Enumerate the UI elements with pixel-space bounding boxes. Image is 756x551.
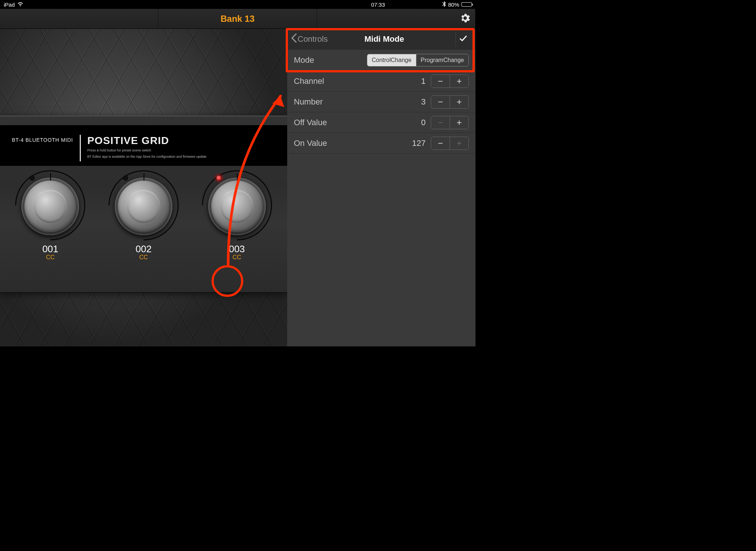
number-row: Number 3 − + bbox=[287, 92, 475, 112]
title-left-segment[interactable] bbox=[0, 9, 158, 28]
brand-sub1: Press & hold button for preset scene swi… bbox=[87, 148, 207, 153]
row-label: Off Value bbox=[294, 118, 421, 127]
plus-button[interactable]: + bbox=[450, 116, 468, 129]
number-stepper[interactable]: − + bbox=[431, 95, 469, 109]
plus-button[interactable]: + bbox=[450, 75, 468, 88]
status-bar: iPad 07:33 80% bbox=[0, 0, 475, 9]
brand-label: POSITIVE GRID bbox=[87, 135, 207, 147]
row-value: 127 bbox=[412, 138, 426, 148]
plus-button: + bbox=[450, 137, 468, 150]
title-center-segment[interactable]: Bank 13 bbox=[158, 9, 317, 28]
row-value: 0 bbox=[421, 118, 426, 127]
mode-option-pc[interactable]: ProgramChange bbox=[416, 54, 468, 66]
wifi-icon bbox=[17, 1, 24, 8]
settings-panel: Controls Midi Mode Mode ControlChange Pr… bbox=[287, 29, 475, 346]
gear-icon bbox=[459, 12, 471, 25]
footswitch-1[interactable]: 001 CC bbox=[10, 170, 91, 266]
footswitch-type: CC bbox=[135, 254, 151, 261]
footswitch-number: 003 bbox=[229, 243, 245, 255]
minus-button[interactable]: − bbox=[431, 96, 450, 108]
footswitch-2[interactable]: 002 CC bbox=[103, 170, 184, 266]
mode-row: Mode ControlChange ProgramChange bbox=[287, 49, 475, 71]
pedal-view: BT-4 BLUETOOTH MIDI POSITIVE GRID Press … bbox=[0, 29, 287, 346]
bank-title: Bank 13 bbox=[220, 14, 254, 24]
channel-stepper[interactable]: − + bbox=[431, 75, 469, 88]
mode-segmented-control[interactable]: ControlChange ProgramChange bbox=[367, 54, 469, 66]
on-value-row: On Value 127 − + bbox=[287, 133, 475, 154]
panel-title: Midi Mode bbox=[313, 34, 456, 44]
led-icon bbox=[123, 175, 128, 181]
chevron-left-icon bbox=[291, 33, 297, 45]
row-value: 3 bbox=[421, 97, 426, 107]
device-label: iPad bbox=[4, 1, 15, 8]
minus-button: − bbox=[431, 116, 450, 129]
clock: 07:33 bbox=[371, 1, 385, 8]
on-value-stepper[interactable]: − + bbox=[431, 137, 469, 150]
footswitch-type: CC bbox=[229, 254, 245, 261]
row-label: Channel bbox=[294, 76, 421, 86]
footswitch-number: 002 bbox=[135, 243, 151, 255]
panel-header: Controls Midi Mode bbox=[287, 29, 475, 49]
channel-row: Channel 1 − + bbox=[287, 71, 475, 92]
confirm-button[interactable] bbox=[456, 32, 470, 47]
bluetooth-icon bbox=[442, 1, 446, 8]
mode-option-cc[interactable]: ControlChange bbox=[367, 54, 416, 66]
row-label: Number bbox=[294, 97, 421, 107]
pedal-unit: BT-4 BLUETOOTH MIDI POSITIVE GRID Press … bbox=[0, 116, 287, 293]
checkmark-icon bbox=[459, 34, 467, 44]
led-icon bbox=[216, 175, 221, 181]
brand-divider bbox=[80, 135, 81, 161]
battery-icon bbox=[461, 2, 472, 7]
minus-button[interactable]: − bbox=[431, 75, 450, 88]
footswitch-3[interactable]: 003 CC bbox=[196, 170, 278, 266]
brand-sub2: BT Editor app is available on the App St… bbox=[87, 154, 207, 159]
row-value: 1 bbox=[421, 76, 426, 86]
off-value-stepper[interactable]: − + bbox=[431, 116, 469, 129]
title-bar: Bank 13 bbox=[0, 9, 475, 29]
battery-pct: 80% bbox=[448, 1, 459, 8]
model-label: BT-4 BLUETOOTH MIDI bbox=[12, 135, 73, 143]
footswitch-type: CC bbox=[42, 254, 58, 261]
mode-label: Mode bbox=[294, 55, 367, 65]
settings-button[interactable] bbox=[458, 11, 472, 26]
footswitch-number: 001 bbox=[42, 243, 58, 255]
minus-button[interactable]: − bbox=[431, 137, 450, 150]
title-right-segment[interactable] bbox=[317, 9, 475, 28]
row-label: On Value bbox=[294, 138, 412, 148]
plus-button[interactable]: + bbox=[450, 96, 468, 108]
off-value-row: Off Value 0 − + bbox=[287, 112, 475, 133]
